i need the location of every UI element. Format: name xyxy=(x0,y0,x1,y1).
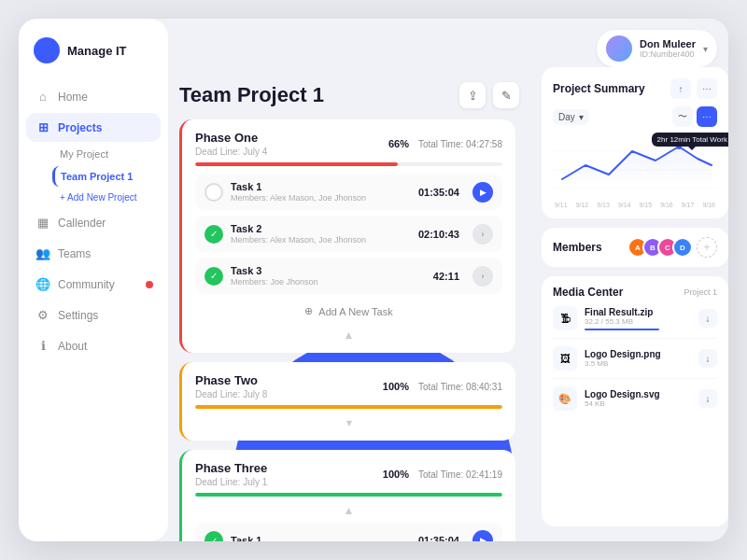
file-info: Logo Design.png 3.5 MB xyxy=(585,349,691,368)
phase-one-tasks: Task 1 Members: Alex Mason, Joe Jhonson … xyxy=(195,174,502,294)
task-check: ✓ xyxy=(204,267,223,286)
main-content: Team Project 1 ⇪ ✎ Phase One Dead Line: … xyxy=(168,67,530,541)
phase-two-progress-bar xyxy=(195,405,502,409)
chart-line-button[interactable]: 〜 xyxy=(672,106,693,127)
sidebar-item-projects-label: Projects xyxy=(58,121,102,134)
phase-three-header: Phase Three Dead Line: July 1 100% Total… xyxy=(195,461,502,487)
task-item: ✓ Task 3 Members: Joe Jhonson 42:11 › xyxy=(195,258,502,294)
phase-two-fill xyxy=(195,405,502,409)
phase-three-progress-bar xyxy=(195,493,502,497)
phase-three-percent: 100% xyxy=(383,469,409,480)
projects-icon: ⊞ xyxy=(35,120,50,134)
header-actions: ⇪ ✎ xyxy=(459,82,519,108)
task-play-button[interactable]: ▶ xyxy=(472,182,493,203)
sidebar-item-teams[interactable]: 👥 Teams xyxy=(26,239,161,268)
task-info: Task 2 Members: Alex Mason, Joe Jhonson xyxy=(231,223,411,245)
phase-two-meta: 100% Total Time: 08:40:31 xyxy=(383,381,502,392)
sidebar-item-home[interactable]: ⌂ Home xyxy=(26,82,161,111)
media-item: 🎨 Logo Design.svg 54 KB ↓ xyxy=(553,386,717,411)
file-info: Final Result.zip 32.2 / 55.3 MB xyxy=(585,307,691,330)
media-title: Media Center xyxy=(553,286,623,299)
chevron-down-icon: ▾ xyxy=(703,44,708,54)
summary-title: Project Summary xyxy=(553,82,645,95)
phase-three-time: Total Time: 02:41:19 xyxy=(418,469,502,480)
sidebar-item-settings[interactable]: ⚙ Settings xyxy=(26,301,161,329)
chart-label: 9/11 xyxy=(555,202,568,208)
task-item: ✓ Task 1 01:35:04 ▶ xyxy=(195,523,502,541)
chart-label: 9/13 xyxy=(597,202,610,208)
media-item: 🗜 Final Result.zip 32.2 / 55.3 MB ↓ xyxy=(553,306,717,339)
app-title: Manage IT xyxy=(67,44,127,58)
summary-header: Project Summary ↑ ⋯ xyxy=(553,78,717,99)
day-filter[interactable]: Day ▾ xyxy=(553,109,589,125)
sidebar-nav: ⌂ Home ⊞ Projects My Project Team Projec… xyxy=(19,82,168,523)
phase-expand-toggle[interactable]: ▾ xyxy=(195,416,502,429)
user-profile[interactable]: Don Muleer ID:Number400 ▾ xyxy=(597,30,717,67)
file-icon: 🎨 xyxy=(553,386,577,411)
chart-label: 9/18 xyxy=(702,202,715,208)
phase-one-progress-bar xyxy=(195,162,502,166)
task-info: Task 3 Members: Joe Jhonson xyxy=(231,265,426,287)
sidebar-item-about[interactable]: ℹ About xyxy=(26,331,161,360)
page-title: Team Project 1 xyxy=(179,83,324,107)
task-play-button[interactable]: ▶ xyxy=(472,530,493,541)
task-info: Task 1 Members: Alex Mason, Joe Jhonson xyxy=(231,181,411,203)
about-icon: ℹ xyxy=(35,339,50,353)
sidebar-item-community[interactable]: 🌐 Community xyxy=(26,270,161,299)
phase-one-percent: 66% xyxy=(388,138,409,149)
members-avatars: A B C D + xyxy=(627,237,717,258)
chart-label: 9/16 xyxy=(660,202,673,208)
chart-label: 9/17 xyxy=(682,202,695,208)
user-info: Don Muleer ID:Number400 xyxy=(640,38,696,59)
edit-button[interactable]: ✎ xyxy=(493,82,519,108)
phase-one-fill xyxy=(195,162,398,166)
phase-two-header: Phase Two Dead Line: July 8 100% Total T… xyxy=(195,373,502,399)
phase-collapse-toggle[interactable]: ▲ xyxy=(195,329,502,342)
phase-collapse-toggle[interactable]: ▲ xyxy=(195,504,502,517)
task-item: Task 1 Members: Alex Mason, Joe Jhonson … xyxy=(195,174,502,210)
file-icon: 🗜 xyxy=(553,306,577,330)
share-button[interactable]: ⇪ xyxy=(459,82,486,108)
community-icon: 🌐 xyxy=(35,277,50,291)
phase-card-two: Phase Two Dead Line: July 8 100% Total T… xyxy=(179,362,515,441)
settings-icon: ⚙ xyxy=(35,308,50,322)
user-id: ID:Number400 xyxy=(640,49,696,59)
chart-labels: 9/11 9/12 9/13 9/14 9/15 9/16 9/17 9/18 xyxy=(553,202,717,208)
download-button[interactable]: ↓ xyxy=(698,389,717,408)
chart-label: 9/15 xyxy=(640,202,653,208)
add-member-button[interactable]: + xyxy=(697,237,717,258)
file-icon: 🖼 xyxy=(553,346,577,371)
sidebar-item-community-label: Community xyxy=(58,278,115,291)
download-button[interactable]: ↓ xyxy=(698,309,717,328)
file-size: 3.5 MB xyxy=(585,359,691,368)
sidebar-item-projects[interactable]: ⊞ Projects xyxy=(26,113,161,142)
file-name: Final Result.zip xyxy=(585,307,691,317)
summary-actions: ↑ ⋯ xyxy=(670,78,717,99)
file-progress xyxy=(585,329,659,330)
task-check: ✓ xyxy=(204,531,223,541)
sidebar-item-team-project[interactable]: Team Project 1 xyxy=(52,166,161,187)
add-project-link[interactable]: + Add New Project xyxy=(52,189,161,206)
sidebar-item-about-label: About xyxy=(58,340,87,353)
download-button[interactable]: ↓ xyxy=(698,349,717,368)
phase-one-deadline: Dead Line: July 4 xyxy=(195,147,267,157)
sidebar: Manage IT ⌂ Home ⊞ Projects My Project T… xyxy=(19,19,168,541)
sidebar-item-my-project[interactable]: My Project xyxy=(52,144,161,164)
sidebar-item-calendar[interactable]: ▦ Callender xyxy=(26,208,161,237)
add-task-button[interactable]: ⊕ Add A New Task xyxy=(195,298,502,325)
options-button[interactable]: ⋯ xyxy=(697,78,717,99)
task-more-button[interactable]: › xyxy=(472,266,493,287)
phase-card-one: Phase One Dead Line: July 4 66% Total Ti… xyxy=(179,119,515,353)
export-button[interactable]: ↑ xyxy=(670,78,691,99)
phases-list: Phase One Dead Line: July 4 66% Total Ti… xyxy=(179,119,519,541)
media-project-label: Project 1 xyxy=(684,287,717,297)
task-more-button[interactable]: › xyxy=(472,224,493,245)
phase-two-title: Phase Two xyxy=(195,373,267,387)
phase-one-title: Phase One xyxy=(195,131,267,145)
chart-dots-button[interactable]: ⋯ xyxy=(697,106,717,127)
teams-icon: 👥 xyxy=(35,246,50,260)
calendar-icon: ▦ xyxy=(35,216,50,230)
file-name: Logo Design.svg xyxy=(585,389,691,399)
phase-one-meta: 66% Total Time: 04:27:58 xyxy=(388,138,502,149)
page-header: Team Project 1 ⇪ ✎ xyxy=(179,82,519,108)
